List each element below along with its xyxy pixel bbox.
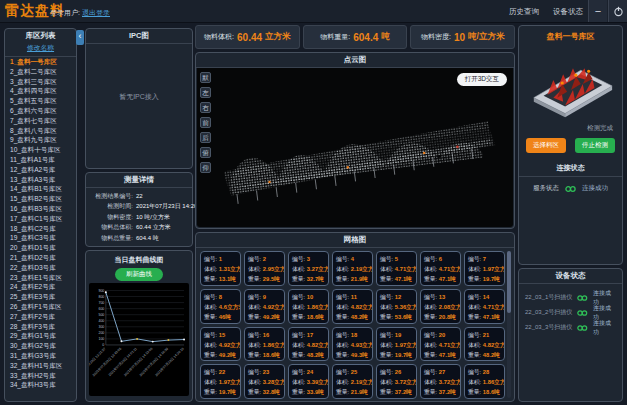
grid-cell[interactable]: 编号: 7体积: 1.97立方米重量: 19.7吨: [464, 251, 505, 286]
sidebar-item[interactable]: 12_盘料A2号库: [5, 165, 76, 175]
sidebar-item[interactable]: 8_盘料八号库区: [5, 126, 76, 136]
grid-cell[interactable]: 编号: 16体积: 1.86立方米重量: 18.6吨: [244, 327, 285, 362]
sidebar-item[interactable]: 31_盘料G3号库: [5, 351, 76, 361]
sidebar-item[interactable]: 1_盘料一号库区: [5, 57, 76, 67]
sidebar-item[interactable]: 20_盘料D1号库: [5, 243, 76, 253]
sidebar-item[interactable]: 21_盘料D2号库: [5, 253, 76, 263]
grid-cell[interactable]: 编号: 2体积: 2.95立方米重量: 29.5吨: [244, 251, 285, 286]
grid-cell[interactable]: 编号: 5体积: 4.71立方米重量: 47.1吨: [376, 251, 417, 286]
grid-cell[interactable]: 编号: 24体积: 3.39立方米重量: 33.9吨: [288, 364, 329, 399]
grid-cell[interactable]: 编号: 1体积: 1.31立方米重量: 13.1吨: [200, 251, 241, 286]
sidebar-item[interactable]: 15_盘料B2号库区: [5, 194, 76, 204]
sidebar-item[interactable]: 18_盘料C2号库: [5, 224, 76, 234]
view-button-左[interactable]: 左: [200, 87, 211, 98]
sidebar-item[interactable]: 32_盘料H1号库区: [5, 361, 76, 371]
grid-cell[interactable]: 编号: 18体积: 4.93立方米重量: 49.3吨: [332, 327, 373, 362]
grid-cell[interactable]: 编号: 17体积: 4.82立方米重量: 48.2吨: [288, 327, 329, 362]
grid-cell-volume: 体积: 4.71立方米: [380, 264, 413, 274]
grid-cell-volume: 体积: 4.71立方米: [468, 302, 501, 312]
sidebar-item[interactable]: 30_盘料G2号库: [5, 341, 76, 351]
grid-cell[interactable]: 编号: 27体积: 3.72立方米重量: 37.2吨: [420, 364, 461, 399]
grid-cell[interactable]: 编号: 6体积: 4.71立方米重量: 47.1吨: [420, 251, 461, 286]
rename-link[interactable]: 修改名称: [5, 43, 76, 57]
sidebar-item[interactable]: 19_盘料C3号库: [5, 233, 76, 243]
grid-cell[interactable]: 编号: 4体积: 2.19立方米重量: 21.9吨: [332, 251, 373, 286]
trend-chart-title: 当日盘料曲线图: [86, 251, 192, 265]
sidebar-item[interactable]: 17_盘料C1号库区: [5, 214, 76, 224]
grid-cell[interactable]: 编号: 19体积: 1.97立方米重量: 19.7吨: [376, 327, 417, 362]
view-button-俯[interactable]: 俯: [200, 147, 211, 158]
sidebar-item[interactable]: 22_盘料D3号库: [5, 263, 76, 273]
grid-cell[interactable]: 编号: 14体积: 4.71立方米重量: 47.1吨: [464, 289, 505, 324]
sidebar-item[interactable]: 25_盘料E3号库: [5, 292, 76, 302]
grid-cell[interactable]: 编号: 21体积: 4.82立方米重量: 48.2吨: [464, 327, 505, 362]
grid-cell[interactable]: 编号: 25体积: 2.19立方米重量: 21.9吨: [332, 364, 373, 399]
view-button-默[interactable]: 默: [200, 72, 211, 83]
power-button[interactable]: [608, 0, 627, 22]
view-button-仰[interactable]: 仰: [200, 162, 211, 173]
sidebar-item[interactable]: 11_盘料A1号库: [5, 155, 76, 165]
grid-cell[interactable]: 编号: 3体积: 3.27立方米重量: 32.7吨: [288, 251, 329, 286]
grid-cell[interactable]: 编号: 9体积: 4.92立方米重量: 49.2吨: [244, 289, 285, 324]
sidebar-item[interactable]: 3_盘料三号库区: [5, 77, 76, 87]
storage-area-list[interactable]: 1_盘料一号库区2_盘料二号库区3_盘料三号库区4_盘料四号库区5_盘料五号库区…: [5, 57, 76, 389]
grid-cell-volume: 体积: 1.86立方米: [248, 340, 281, 350]
grid-cell[interactable]: 编号: 11体积: 4.82立方米重量: 48.2吨: [332, 289, 373, 324]
view-button-右[interactable]: 右: [200, 102, 211, 113]
grid-cell[interactable]: 编号: 15体积: 4.92立方米重量: 49.2吨: [200, 327, 241, 362]
sidebar-item[interactable]: 34_盘料H3号库: [5, 380, 76, 389]
sidebar-item[interactable]: 2_盘料二号库区: [5, 67, 76, 77]
grid-cell[interactable]: 编号: 20体积: 4.71立方米重量: 47.1吨: [420, 327, 461, 362]
view-button-后[interactable]: 后: [200, 132, 211, 143]
grid-cell[interactable]: 编号: 28体积: 1.86立方米重量: 18.6吨: [464, 364, 505, 399]
sidebar-item[interactable]: 23_盘料E1号库区: [5, 273, 76, 283]
sidebar-item[interactable]: 26_盘料F1号库区: [5, 302, 76, 312]
grid-cell[interactable]: 编号: 26体积: 3.72立方米重量: 37.2吨: [376, 364, 417, 399]
sidebar-item[interactable]: 29_盘料G1号库: [5, 331, 76, 341]
grid-cell[interactable]: 编号: 10体积: 1.86立方米重量: 18.6吨: [288, 289, 329, 324]
sidebar-item[interactable]: 9_盘料九号库区: [5, 135, 76, 145]
grid-cell[interactable]: 编号: 13体积: 2.08立方米重量: 20.8吨: [420, 289, 461, 324]
power-icon: [613, 6, 624, 17]
storage-area-list-panel: 库区列表 修改名称 1_盘料一号库区2_盘料二号库区3_盘料三号库区4_盘料四号…: [4, 28, 77, 402]
sidebar-item[interactable]: 14_盘料B1号库区: [5, 184, 76, 194]
grid-cell-weight: 重量: 19.7吨: [204, 387, 237, 397]
device-status-rows: 22_03_1号扫描仪连接成功22_03_2号扫描仪连接成功22_03_3号扫描…: [519, 284, 622, 335]
detail-value: 10 吨/立方米: [136, 212, 170, 222]
open-3d-button[interactable]: 打开3D交互: [457, 73, 507, 86]
collapse-panel-button[interactable]: ‹: [76, 30, 84, 45]
select-area-button[interactable]: 选择料区: [526, 138, 566, 153]
point-cloud-canvas[interactable]: 默左右前后俯仰 打开3D交互: [197, 68, 513, 227]
sidebar-item[interactable]: 6_盘料六号库区: [5, 106, 76, 116]
view-button-前[interactable]: 前: [200, 117, 211, 128]
history-query-link[interactable]: 历史查询: [509, 7, 539, 17]
sidebar-item[interactable]: 16_盘料B3号库区: [5, 204, 76, 214]
sidebar-item[interactable]: 4_盘料四号库区: [5, 86, 76, 96]
grid-cell[interactable]: 编号: 12体积: 5.36立方米重量: 53.6吨: [376, 289, 417, 324]
sidebar-item[interactable]: 24_盘料E2号库: [5, 282, 76, 292]
grid-cell-volume: 体积: 4.82立方米: [292, 340, 325, 350]
logout-link[interactable]: 退出登录: [82, 8, 110, 18]
service-status-row: 服务状态 连接成功: [519, 184, 622, 193]
sidebar-item[interactable]: 7_盘料七号库区: [5, 116, 76, 126]
sidebar-item[interactable]: 10_盘料十号库区: [5, 145, 76, 155]
detail-label: 物料总重量:: [86, 233, 133, 243]
grid-cell[interactable]: 编号: 22体积: 1.97立方米重量: 19.7吨: [200, 364, 241, 399]
grid-cell-id: 编号: 22: [204, 367, 237, 377]
stop-detect-button[interactable]: 停止检测: [575, 138, 615, 153]
sidebar-item[interactable]: 5_盘料五号库区: [5, 96, 76, 106]
grid-scrollbar-thumb[interactable]: [507, 251, 511, 313]
grid-scrollbar[interactable]: [507, 251, 511, 398]
device-status-link[interactable]: 设备状态: [553, 7, 583, 17]
sidebar-item[interactable]: 27_盘料F2号库: [5, 312, 76, 322]
grid-cell[interactable]: 编号: 23体积: 3.28立方米重量: 32.8吨: [244, 364, 285, 399]
sidebar-item[interactable]: 13_盘料A3号库: [5, 175, 76, 185]
sidebar-item[interactable]: 33_盘料H2号库: [5, 371, 76, 381]
grid-cell-weight: 重量: 29.5吨: [248, 274, 281, 284]
grid-cell-id: 编号: 19: [380, 330, 413, 340]
refresh-curve-button[interactable]: 刷新曲线: [115, 268, 163, 281]
radar-inventory-app: 雷达盘料 登录用户: 退出登录 历史查询 设备状态 − 库区列表 修改名称 1_…: [0, 0, 627, 405]
sidebar-item[interactable]: 28_盘料F3号库: [5, 322, 76, 332]
minimize-button[interactable]: −: [588, 0, 607, 22]
grid-cell[interactable]: 编号: 8体积: 4.6立方米重量: 46吨: [200, 289, 241, 324]
